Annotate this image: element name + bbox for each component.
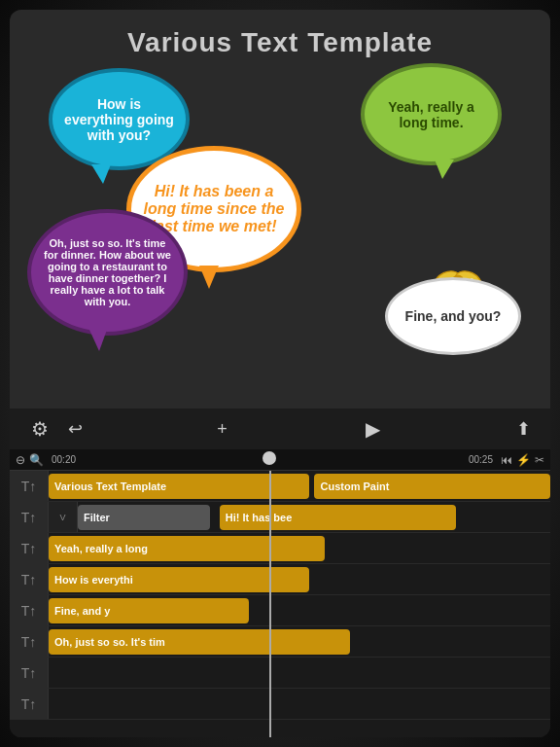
time-label-2: 00:25 bbox=[465, 454, 497, 465]
play-icon: ▶ bbox=[366, 417, 380, 441]
bubble-green-text: Yeah, really a long time. bbox=[374, 99, 488, 130]
track-icon-8: T↑ bbox=[10, 689, 49, 719]
track-v-label: V bbox=[59, 513, 65, 522]
track-clip-5[interactable]: Fine, and y bbox=[49, 598, 249, 623]
clip-text-main-1: Various Text Template bbox=[54, 480, 166, 492]
track-row: T↑ Various Text Template Custom Paint bbox=[10, 471, 550, 502]
track-row: T↑ Fine, and y bbox=[10, 595, 550, 626]
track-clip-6[interactable]: Oh, just so so. It's tim bbox=[49, 629, 350, 655]
track-row: T↑ bbox=[10, 658, 550, 689]
scrubber-handle[interactable] bbox=[262, 451, 276, 465]
clip-filter-text: Filter bbox=[84, 512, 110, 523]
track-content-1[interactable]: Various Text Template Custom Paint bbox=[49, 471, 550, 501]
app-container: Various Text Template How is everything … bbox=[10, 10, 550, 737]
clip-text-main-2: Custom Paint bbox=[320, 480, 389, 492]
timeline-header: ⊖ 🔍 00:20 00:25 ⏮ ⚡ ✂ bbox=[10, 449, 550, 471]
track-content-4[interactable]: How is everythi bbox=[49, 564, 550, 594]
clip-text-4: How is everythi bbox=[54, 574, 133, 586]
undo-icon: ↩ bbox=[68, 418, 83, 440]
track-content-7[interactable] bbox=[49, 658, 550, 688]
track-type-icon-1: T↑ bbox=[21, 479, 37, 494]
track-type-icon-2: T↑ bbox=[21, 510, 37, 525]
track-content-6[interactable]: Oh, just so so. It's tim bbox=[49, 626, 550, 657]
track-icon-6: T↑ bbox=[10, 626, 49, 657]
time-label-1: 00:20 bbox=[48, 454, 80, 465]
add-icon: + bbox=[217, 419, 228, 440]
bubble-green[interactable]: Yeah, really a long time. bbox=[361, 63, 502, 165]
track-clip-filter-2[interactable]: Hi! It has bee bbox=[220, 505, 456, 530]
share-icon: ⬆ bbox=[516, 418, 531, 440]
speech-bubbles: How is everything going with you? Yeah, … bbox=[10, 58, 550, 389]
add-button[interactable]: + bbox=[207, 409, 237, 449]
play-button[interactable]: ▶ bbox=[352, 409, 394, 449]
controls-bar: ⚙ ↩ + ▶ ⬆ bbox=[10, 409, 550, 449]
track-content-8[interactable] bbox=[49, 689, 550, 719]
track-row: T↑ Yeah, really a long bbox=[10, 533, 550, 564]
playhead bbox=[269, 471, 271, 737]
track-type-icon-7: T↑ bbox=[21, 665, 37, 681]
track-icon-4: T↑ bbox=[10, 564, 49, 594]
track-type-icon-8: T↑ bbox=[21, 696, 37, 712]
track-clip-3[interactable]: Yeah, really a long bbox=[49, 536, 325, 561]
rewind-icon[interactable]: ⏮ bbox=[501, 453, 512, 467]
clip-text-3: Yeah, really a long bbox=[54, 543, 148, 554]
zoom-icon[interactable]: 🔍 bbox=[29, 453, 44, 467]
track-icon-2: T↑ bbox=[10, 502, 49, 532]
timeline-controls-right: 00:25 ⏮ ⚡ ✂ bbox=[459, 453, 550, 467]
gear-button[interactable]: ⚙ bbox=[21, 409, 58, 449]
timeline-controls-left: ⊖ 🔍 00:20 bbox=[10, 453, 86, 467]
track-content-3[interactable]: Yeah, really a long bbox=[49, 533, 550, 563]
track-row: T↑ V Filter Hi! It has bee bbox=[10, 502, 550, 533]
bubble-white-text: Fine, and you? bbox=[405, 308, 502, 324]
track-type-icon-6: T↑ bbox=[21, 634, 37, 650]
track-type-icon-3: T↑ bbox=[21, 541, 37, 556]
undo-button[interactable]: ↩ bbox=[58, 409, 92, 449]
track-row: T↑ bbox=[10, 689, 550, 720]
canvas-title: Various Text Template bbox=[10, 10, 550, 58]
track-content-2[interactable]: Filter Hi! It has bee bbox=[78, 502, 550, 532]
cut-icon[interactable]: ✂ bbox=[535, 453, 544, 467]
speed-icon[interactable]: ⚡ bbox=[516, 453, 531, 467]
track-clip-filter[interactable]: Filter bbox=[78, 505, 210, 530]
timeline-area: ⊖ 🔍 00:20 00:25 ⏮ ⚡ ✂ T↑ bbox=[10, 449, 550, 737]
gear-icon: ⚙ bbox=[31, 417, 49, 441]
track-content-5[interactable]: Fine, and y bbox=[49, 595, 550, 625]
track-label-v: V bbox=[49, 502, 78, 532]
bubble-blue-text: How is everything going with you? bbox=[62, 96, 176, 143]
preview-area: Various Text Template How is everything … bbox=[10, 10, 550, 409]
track-icon-1: T↑ bbox=[10, 471, 49, 501]
bubble-purple-text: Oh, just so so. It's time for dinner. Ho… bbox=[41, 237, 174, 307]
bubble-purple[interactable]: Oh, just so so. It's time for dinner. Ho… bbox=[27, 209, 188, 336]
clip-text-6: Oh, just so so. It's tim bbox=[54, 636, 165, 648]
canvas-background: Various Text Template How is everything … bbox=[10, 10, 550, 409]
track-clip-main-2[interactable]: Custom Paint bbox=[314, 474, 550, 499]
clip-text-5: Fine, and y bbox=[54, 605, 110, 617]
timeline-tracks: T↑ Various Text Template Custom Paint T↑ bbox=[10, 471, 550, 737]
share-button[interactable]: ⬆ bbox=[508, 409, 539, 449]
track-icon-5: T↑ bbox=[10, 595, 49, 625]
track-type-icon-5: T↑ bbox=[21, 603, 37, 619]
track-row: T↑ Oh, just so so. It's tim bbox=[10, 626, 550, 658]
track-type-icon-4: T↑ bbox=[21, 572, 37, 587]
track-icon-7: T↑ bbox=[10, 658, 49, 688]
zoom-out-icon[interactable]: ⊖ bbox=[16, 453, 25, 467]
track-icon-3: T↑ bbox=[10, 533, 49, 563]
track-row: T↑ How is everythi bbox=[10, 564, 550, 595]
bubble-white[interactable]: Fine, and you? bbox=[385, 277, 521, 355]
clip-filter-text-2: Hi! It has bee bbox=[226, 512, 292, 523]
